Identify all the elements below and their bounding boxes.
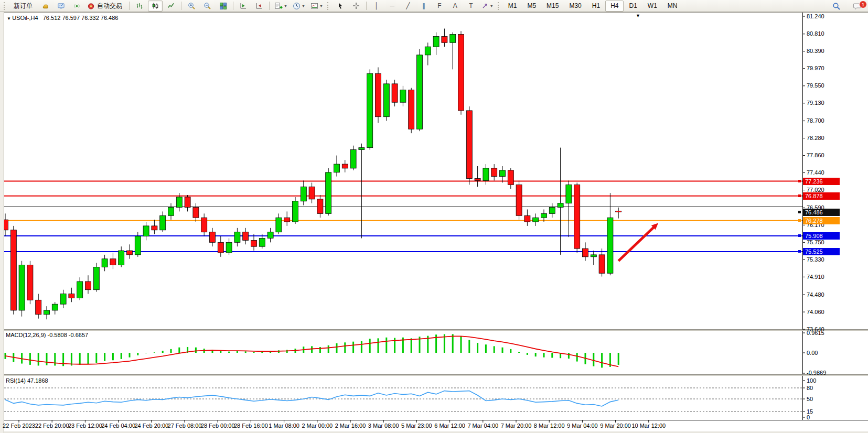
timeframe-w1-label: W1 (646, 2, 659, 9)
horizontal-lines[interactable] (4, 181, 802, 252)
toolbar-grip (327, 2, 330, 10)
window-left-edge (0, 12, 4, 433)
bars-icon (136, 2, 143, 9)
new-order-button-label: 新订单 (12, 2, 35, 10)
cursor-button[interactable] (333, 1, 348, 12)
templates-button[interactable]: ▼ (308, 1, 325, 12)
timeframe-m30-label: M30 (567, 2, 583, 9)
search-button[interactable] (829, 1, 844, 12)
candles-icon (152, 2, 159, 9)
trendline-button-icon: ╱ (406, 2, 410, 9)
toolbar-separator (233, 2, 233, 10)
horizontal-line-button[interactable]: ─ (385, 1, 400, 12)
tile-icon (219, 2, 227, 10)
timeframe-h1-label: H1 (590, 2, 602, 9)
trading-terminal-window: 新订单自动交易▼▼▼│─╱∥FAT▼M1M5M15M30H1H4D1W1MN 1… (0, 0, 868, 433)
periods-button[interactable]: ▼ (291, 1, 307, 12)
horizontal-line-button-icon: ─ (390, 2, 395, 9)
tile-windows-button[interactable] (216, 1, 230, 12)
timeframe-d1-label: D1 (627, 2, 639, 9)
timeframe-m5[interactable]: M5 (522, 1, 541, 12)
timeframe-d1[interactable]: D1 (624, 1, 642, 12)
dropdown-arrow-icon[interactable]: ▼ (302, 4, 305, 8)
autotrade-button[interactable]: 自动交易 (85, 1, 126, 12)
candlestick-series[interactable] (3, 29, 621, 320)
text-label-button[interactable]: T (464, 1, 478, 12)
monitor-icon (57, 2, 65, 10)
dropdown-arrow-icon[interactable]: ▼ (490, 4, 494, 8)
trendline-button[interactable]: ╱ (401, 1, 415, 12)
zoomout-icon (203, 2, 211, 10)
clock-icon (293, 2, 301, 10)
text-button[interactable]: A (448, 1, 463, 12)
docplus-icon (274, 2, 283, 10)
signal-icon (73, 2, 81, 10)
autoscroll-icon (255, 2, 263, 9)
equidistant-channel-button[interactable]: ∥ (416, 1, 431, 12)
autotrade-button-label: 自动交易 (95, 2, 124, 10)
crosshair-icon (352, 2, 360, 9)
macd-histogram (5, 334, 618, 367)
shift-icon (240, 2, 247, 9)
notifications-button[interactable]: 1 (850, 1, 864, 12)
toolbar-separator (366, 2, 367, 10)
shapes-icon (481, 2, 489, 9)
toolbar-separator (269, 2, 270, 10)
template-icon (310, 2, 318, 10)
line-chart-type-button[interactable] (164, 1, 178, 12)
autotrade-icon (87, 2, 95, 10)
candlestick-chart-type-button[interactable] (148, 1, 163, 12)
text-button-icon: A (453, 2, 457, 9)
auto-scroll-button[interactable] (252, 1, 266, 12)
timeframe-h1[interactable]: H1 (587, 1, 605, 12)
zoom-in-button[interactable] (184, 1, 199, 12)
fibonacci-button-icon: F (437, 2, 441, 9)
cursor-icon (337, 2, 344, 9)
timeframe-h4[interactable]: H4 (605, 1, 624, 12)
toolbar-grip (498, 2, 500, 10)
line-icon (167, 2, 175, 9)
main-toolbar: 新订单自动交易▼▼▼│─╱∥FAT▼M1M5M15M30H1H4D1W1MN (0, 0, 868, 12)
bar-chart-type-button[interactable] (132, 1, 147, 12)
chart-canvas[interactable] (0, 0, 868, 433)
rsi-line (5, 391, 618, 406)
timeframe-m1-label: M1 (506, 2, 519, 9)
toolbar-right-group: 1 (829, 0, 865, 12)
notification-badge: 1 (859, 1, 867, 8)
timeframe-m1[interactable]: M1 (503, 1, 522, 12)
toolbar-separator (129, 2, 130, 10)
timeframe-m5-label: M5 (525, 2, 538, 9)
zoomin-icon (188, 2, 196, 10)
charts-window-button[interactable] (53, 1, 68, 12)
shapes-button[interactable]: ▼ (479, 1, 496, 12)
market-watch-button[interactable] (38, 1, 52, 12)
timeframe-m15[interactable]: M15 (541, 1, 564, 12)
new-order-button[interactable]: 新订单 (9, 1, 37, 12)
fibonacci-button[interactable]: F (432, 1, 447, 12)
dropdown-arrow-icon[interactable]: ▼ (284, 4, 287, 8)
toolbar-grip (4, 2, 6, 10)
zoom-out-button[interactable] (200, 1, 215, 12)
vertical-line-button-icon: │ (374, 2, 379, 9)
chart-shift-button[interactable] (236, 1, 251, 12)
vertical-line-button[interactable]: │ (369, 1, 384, 12)
toolbar-separator (181, 2, 181, 10)
dropdown-arrow-icon[interactable]: ▼ (319, 4, 323, 8)
timeframe-mn[interactable]: MN (662, 1, 683, 12)
indicators-button[interactable]: ▼ (272, 1, 290, 12)
timeframe-h4-label: H4 (608, 2, 620, 9)
trend-arrow-annotation[interactable] (618, 225, 656, 261)
text-label-button-icon: T (469, 2, 473, 9)
timeframe-m15-label: M15 (544, 2, 561, 9)
timeframe-mn-label: MN (666, 2, 680, 9)
timeframe-w1[interactable]: W1 (642, 1, 662, 12)
equidistant-channel-button-icon: ∥ (422, 2, 425, 9)
crosshair-button[interactable] (349, 1, 363, 12)
timeframe-m30[interactable]: M30 (564, 1, 586, 12)
signals-button[interactable] (69, 1, 84, 12)
gold-icon (41, 2, 49, 10)
